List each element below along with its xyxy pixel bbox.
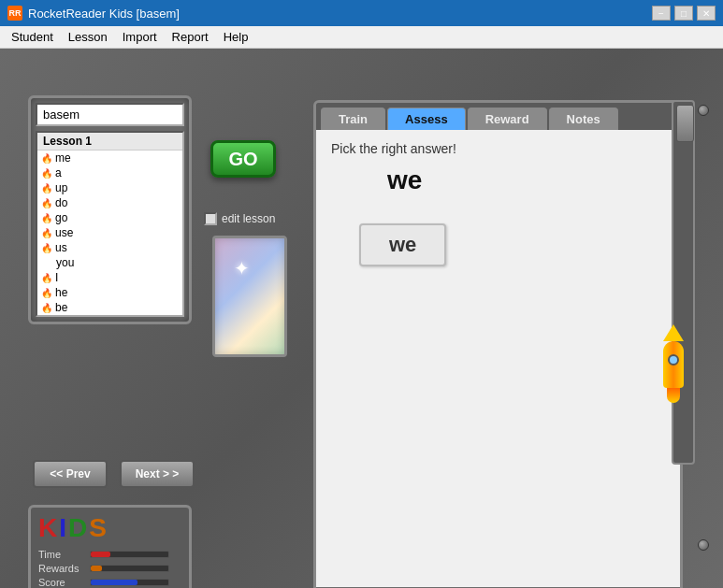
flame-icon: 🔥 [41,168,52,179]
time-stat-row: Time [38,549,181,560]
word-list-item[interactable]: 🔥be [37,300,182,315]
score-bar-fill [91,580,137,585]
go-button[interactable]: GO [210,140,276,178]
title-bar: RR RocketReader Kids [basem] − □ ✕ [0,0,723,26]
score-stat-row: Score [38,577,181,588]
edit-lesson-label: edit lesson [222,212,275,225]
tab-assess[interactable]: Assess [387,108,466,130]
word-text: do [55,196,67,209]
tab-reward[interactable]: Reward [468,108,547,130]
time-bar-bg [90,551,169,558]
rocket-nose [663,324,684,341]
word-list-item[interactable]: 🔥me [37,151,182,165]
word-text: be [55,301,67,314]
kids-panel: KIDS Time Rewards Score [28,505,192,588]
main-area: basem Lesson 1 🔥me🔥a🔥up🔥do🔥go🔥use🔥usyou🔥… [0,49,723,588]
prev-button[interactable]: << Prev [33,460,108,488]
stars-decoration: ✦ [234,257,250,280]
menu-bar: Student Lesson Import Report Help [0,26,723,49]
word-list-item[interactable]: 🔥a [37,165,182,180]
word-text: I [55,271,58,284]
menu-report[interactable]: Report [165,28,216,46]
window-controls: − □ ✕ [652,6,716,21]
word-list-item[interactable]: 🔥use [37,225,182,240]
tab-notes[interactable]: Notes [549,108,618,130]
flame-icon: 🔥 [41,198,52,208]
word-list-item[interactable]: you [37,255,182,270]
rewards-bar-bg [90,565,169,572]
answer-button[interactable]: we [359,223,446,266]
tab-bar: Train Assess Reward Notes [316,103,680,130]
kids-i-letter: I [59,513,68,542]
word-list-item[interactable]: 🔥he [37,285,182,300]
rocket-window [668,354,679,366]
bolt-decoration [698,105,709,116]
lesson-header: Lesson 1 [37,133,182,151]
word-list-item[interactable]: 🔥I [37,270,182,285]
score-bar-bg [90,579,169,586]
maximize-button[interactable]: □ [674,6,693,21]
edit-lesson-checkbox[interactable] [204,212,217,225]
word-text: a [55,166,62,179]
menu-lesson[interactable]: Lesson [61,28,115,46]
lesson-image: ✦ [212,236,287,357]
username-display: basem [36,103,184,126]
flame-icon: 🔥 [41,153,52,164]
score-label: Score [38,577,90,588]
left-panel: basem Lesson 1 🔥me🔥a🔥up🔥do🔥go🔥use🔥usyou🔥… [28,95,192,324]
word-text: he [55,286,67,299]
kids-k-letter: K [38,513,59,542]
title-bar-left: RR RocketReader Kids [basem] [7,6,180,21]
next-button[interactable]: Next > > [120,460,195,488]
window-title: RocketReader Kids [basem] [28,7,180,21]
bolt-decoration [698,539,709,551]
word-text: go [55,211,67,224]
word-text: use [55,226,73,239]
rocket-flame [667,388,680,403]
rewards-stat-row: Rewards [38,563,181,574]
flame-icon: 🔥 [41,183,52,194]
rocket-decoration [659,324,687,390]
word-list-item[interactable]: 🔥go [37,210,182,225]
app-icon: RR [7,6,22,21]
rocket-body [663,341,684,388]
edit-lesson-area: edit lesson [204,212,275,225]
word-display: we [387,165,665,195]
word-list-item[interactable]: 🔥us [37,240,182,255]
kids-logo: KIDS [38,513,181,543]
close-button[interactable]: ✕ [697,6,716,21]
flame-icon: 🔥 [41,303,52,313]
word-text: up [55,181,67,194]
time-label: Time [38,549,90,560]
time-bar-fill [91,552,110,557]
kids-s-letter: S [89,513,108,542]
scroll-thumb[interactable] [676,105,694,142]
content-area: Pick the right answer! we we [316,130,680,587]
tab-train[interactable]: Train [321,108,385,130]
word-text: me [55,151,71,165]
flame-icon: 🔥 [41,228,52,238]
word-list-item[interactable]: 🔥do [37,195,182,210]
word-list-item[interactable]: 🔥up [37,180,182,195]
menu-help[interactable]: Help [216,28,256,46]
word-text: us [55,241,67,254]
right-scrollbar[interactable] [672,100,695,465]
minimize-button[interactable]: − [652,6,671,21]
flame-icon: 🔥 [41,273,52,283]
word-text: you [56,256,74,269]
word-list: 🔥me🔥a🔥up🔥do🔥go🔥use🔥usyou🔥I🔥he🔥be [37,151,182,315]
kids-d-letter: D [68,513,89,542]
flame-icon: 🔥 [41,288,52,298]
right-panel: Train Assess Reward Notes Pick the right… [313,100,683,588]
flame-icon: 🔥 [41,243,52,253]
menu-import[interactable]: Import [115,28,165,46]
menu-student[interactable]: Student [4,28,61,46]
lesson-list: Lesson 1 🔥me🔥a🔥up🔥do🔥go🔥use🔥usyou🔥I🔥he🔥b… [36,131,184,317]
instruction-text: Pick the right answer! [331,141,665,156]
rewards-bar-fill [91,566,102,571]
flame-icon: 🔥 [41,213,52,223]
rewards-label: Rewards [38,563,90,574]
